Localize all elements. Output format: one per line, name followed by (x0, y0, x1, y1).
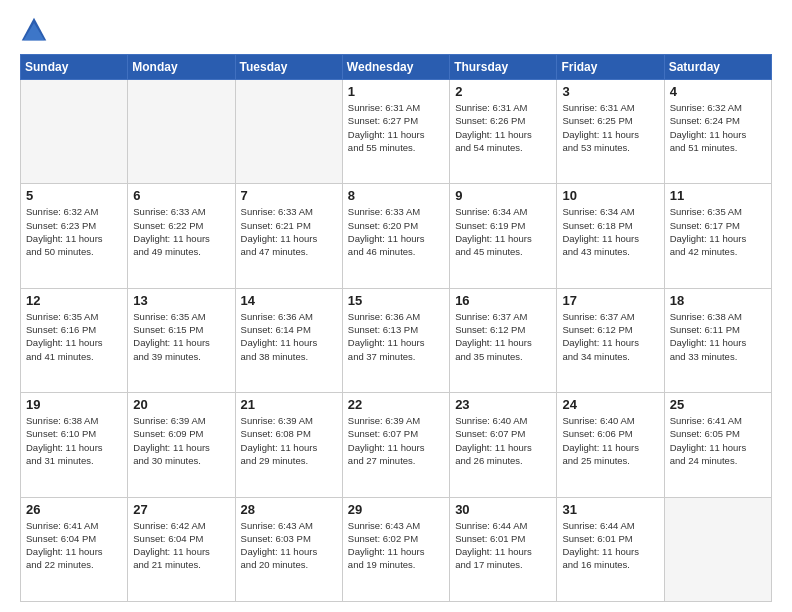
day-cell-2: 2Sunrise: 6:31 AM Sunset: 6:26 PM Daylig… (450, 80, 557, 184)
day-info: Sunrise: 6:31 AM Sunset: 6:26 PM Dayligh… (455, 101, 551, 154)
weekday-friday: Friday (557, 55, 664, 80)
day-number: 19 (26, 397, 122, 412)
day-info: Sunrise: 6:39 AM Sunset: 6:09 PM Dayligh… (133, 414, 229, 467)
day-number: 4 (670, 84, 766, 99)
day-cell-12: 12Sunrise: 6:35 AM Sunset: 6:16 PM Dayli… (21, 288, 128, 392)
calendar-table: SundayMondayTuesdayWednesdayThursdayFrid… (20, 54, 772, 602)
day-cell-7: 7Sunrise: 6:33 AM Sunset: 6:21 PM Daylig… (235, 184, 342, 288)
day-number: 16 (455, 293, 551, 308)
day-number: 22 (348, 397, 444, 412)
day-number: 30 (455, 502, 551, 517)
day-number: 24 (562, 397, 658, 412)
day-info: Sunrise: 6:31 AM Sunset: 6:25 PM Dayligh… (562, 101, 658, 154)
day-cell-21: 21Sunrise: 6:39 AM Sunset: 6:08 PM Dayli… (235, 393, 342, 497)
week-row-3: 12Sunrise: 6:35 AM Sunset: 6:16 PM Dayli… (21, 288, 772, 392)
day-number: 9 (455, 188, 551, 203)
day-info: Sunrise: 6:41 AM Sunset: 6:05 PM Dayligh… (670, 414, 766, 467)
weekday-monday: Monday (128, 55, 235, 80)
day-number: 8 (348, 188, 444, 203)
day-cell-16: 16Sunrise: 6:37 AM Sunset: 6:12 PM Dayli… (450, 288, 557, 392)
day-info: Sunrise: 6:39 AM Sunset: 6:07 PM Dayligh… (348, 414, 444, 467)
day-cell-30: 30Sunrise: 6:44 AM Sunset: 6:01 PM Dayli… (450, 497, 557, 601)
day-cell-28: 28Sunrise: 6:43 AM Sunset: 6:03 PM Dayli… (235, 497, 342, 601)
day-cell-22: 22Sunrise: 6:39 AM Sunset: 6:07 PM Dayli… (342, 393, 449, 497)
day-cell-18: 18Sunrise: 6:38 AM Sunset: 6:11 PM Dayli… (664, 288, 771, 392)
day-number: 11 (670, 188, 766, 203)
weekday-saturday: Saturday (664, 55, 771, 80)
day-info: Sunrise: 6:41 AM Sunset: 6:04 PM Dayligh… (26, 519, 122, 572)
day-cell-6: 6Sunrise: 6:33 AM Sunset: 6:22 PM Daylig… (128, 184, 235, 288)
day-info: Sunrise: 6:32 AM Sunset: 6:23 PM Dayligh… (26, 205, 122, 258)
day-info: Sunrise: 6:40 AM Sunset: 6:06 PM Dayligh… (562, 414, 658, 467)
day-number: 29 (348, 502, 444, 517)
day-cell-13: 13Sunrise: 6:35 AM Sunset: 6:15 PM Dayli… (128, 288, 235, 392)
day-number: 5 (26, 188, 122, 203)
day-cell-4: 4Sunrise: 6:32 AM Sunset: 6:24 PM Daylig… (664, 80, 771, 184)
day-number: 28 (241, 502, 337, 517)
week-row-5: 26Sunrise: 6:41 AM Sunset: 6:04 PM Dayli… (21, 497, 772, 601)
week-row-2: 5Sunrise: 6:32 AM Sunset: 6:23 PM Daylig… (21, 184, 772, 288)
day-info: Sunrise: 6:43 AM Sunset: 6:02 PM Dayligh… (348, 519, 444, 572)
day-info: Sunrise: 6:38 AM Sunset: 6:10 PM Dayligh… (26, 414, 122, 467)
day-number: 15 (348, 293, 444, 308)
day-info: Sunrise: 6:35 AM Sunset: 6:15 PM Dayligh… (133, 310, 229, 363)
day-cell-9: 9Sunrise: 6:34 AM Sunset: 6:19 PM Daylig… (450, 184, 557, 288)
day-number: 3 (562, 84, 658, 99)
day-number: 14 (241, 293, 337, 308)
day-cell-10: 10Sunrise: 6:34 AM Sunset: 6:18 PM Dayli… (557, 184, 664, 288)
empty-cell (664, 497, 771, 601)
day-cell-31: 31Sunrise: 6:44 AM Sunset: 6:01 PM Dayli… (557, 497, 664, 601)
page: SundayMondayTuesdayWednesdayThursdayFrid… (0, 0, 792, 612)
weekday-header-row: SundayMondayTuesdayWednesdayThursdayFrid… (21, 55, 772, 80)
day-number: 20 (133, 397, 229, 412)
empty-cell (21, 80, 128, 184)
header (20, 16, 772, 44)
day-info: Sunrise: 6:34 AM Sunset: 6:18 PM Dayligh… (562, 205, 658, 258)
day-info: Sunrise: 6:40 AM Sunset: 6:07 PM Dayligh… (455, 414, 551, 467)
day-number: 2 (455, 84, 551, 99)
day-cell-29: 29Sunrise: 6:43 AM Sunset: 6:02 PM Dayli… (342, 497, 449, 601)
week-row-4: 19Sunrise: 6:38 AM Sunset: 6:10 PM Dayli… (21, 393, 772, 497)
day-info: Sunrise: 6:31 AM Sunset: 6:27 PM Dayligh… (348, 101, 444, 154)
day-info: Sunrise: 6:43 AM Sunset: 6:03 PM Dayligh… (241, 519, 337, 572)
day-info: Sunrise: 6:38 AM Sunset: 6:11 PM Dayligh… (670, 310, 766, 363)
day-info: Sunrise: 6:36 AM Sunset: 6:14 PM Dayligh… (241, 310, 337, 363)
day-info: Sunrise: 6:39 AM Sunset: 6:08 PM Dayligh… (241, 414, 337, 467)
day-number: 27 (133, 502, 229, 517)
weekday-sunday: Sunday (21, 55, 128, 80)
logo (20, 16, 52, 44)
empty-cell (128, 80, 235, 184)
day-cell-19: 19Sunrise: 6:38 AM Sunset: 6:10 PM Dayli… (21, 393, 128, 497)
day-cell-26: 26Sunrise: 6:41 AM Sunset: 6:04 PM Dayli… (21, 497, 128, 601)
day-info: Sunrise: 6:44 AM Sunset: 6:01 PM Dayligh… (562, 519, 658, 572)
day-cell-11: 11Sunrise: 6:35 AM Sunset: 6:17 PM Dayli… (664, 184, 771, 288)
day-number: 17 (562, 293, 658, 308)
day-number: 18 (670, 293, 766, 308)
week-row-1: 1Sunrise: 6:31 AM Sunset: 6:27 PM Daylig… (21, 80, 772, 184)
day-info: Sunrise: 6:37 AM Sunset: 6:12 PM Dayligh… (455, 310, 551, 363)
day-number: 12 (26, 293, 122, 308)
day-number: 25 (670, 397, 766, 412)
day-info: Sunrise: 6:37 AM Sunset: 6:12 PM Dayligh… (562, 310, 658, 363)
day-info: Sunrise: 6:35 AM Sunset: 6:16 PM Dayligh… (26, 310, 122, 363)
day-number: 26 (26, 502, 122, 517)
day-cell-24: 24Sunrise: 6:40 AM Sunset: 6:06 PM Dayli… (557, 393, 664, 497)
day-cell-5: 5Sunrise: 6:32 AM Sunset: 6:23 PM Daylig… (21, 184, 128, 288)
day-number: 7 (241, 188, 337, 203)
day-cell-20: 20Sunrise: 6:39 AM Sunset: 6:09 PM Dayli… (128, 393, 235, 497)
day-info: Sunrise: 6:36 AM Sunset: 6:13 PM Dayligh… (348, 310, 444, 363)
day-cell-8: 8Sunrise: 6:33 AM Sunset: 6:20 PM Daylig… (342, 184, 449, 288)
weekday-wednesday: Wednesday (342, 55, 449, 80)
logo-icon (20, 16, 48, 44)
day-cell-14: 14Sunrise: 6:36 AM Sunset: 6:14 PM Dayli… (235, 288, 342, 392)
day-info: Sunrise: 6:33 AM Sunset: 6:22 PM Dayligh… (133, 205, 229, 258)
day-number: 21 (241, 397, 337, 412)
day-number: 10 (562, 188, 658, 203)
day-number: 6 (133, 188, 229, 203)
day-cell-27: 27Sunrise: 6:42 AM Sunset: 6:04 PM Dayli… (128, 497, 235, 601)
day-number: 23 (455, 397, 551, 412)
day-cell-1: 1Sunrise: 6:31 AM Sunset: 6:27 PM Daylig… (342, 80, 449, 184)
day-cell-3: 3Sunrise: 6:31 AM Sunset: 6:25 PM Daylig… (557, 80, 664, 184)
day-info: Sunrise: 6:42 AM Sunset: 6:04 PM Dayligh… (133, 519, 229, 572)
day-info: Sunrise: 6:44 AM Sunset: 6:01 PM Dayligh… (455, 519, 551, 572)
